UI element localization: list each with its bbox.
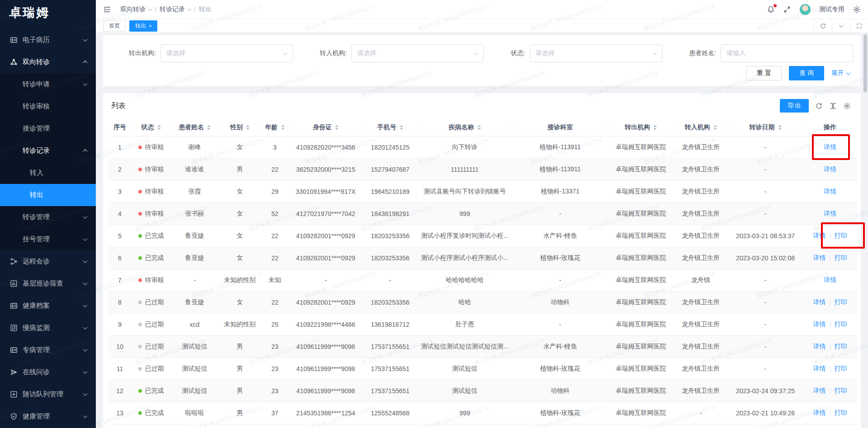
print-link[interactable]: 打印 — [835, 409, 847, 417]
breadcrumb-item[interactable]: 双向转诊 — [120, 5, 146, 14]
print-link[interactable]: 打印 — [835, 254, 847, 262]
cell-10: 卓瑞姆互联网医院 — [608, 269, 674, 291]
vertical-scrollbar-thumb[interactable] — [863, 34, 867, 92]
sidebar-item-two-way-referral[interactable]: 双向转诊 — [0, 51, 96, 73]
filter-select[interactable]: 请选择 — [351, 44, 484, 62]
print-link[interactable]: 打印 — [835, 365, 847, 373]
sort-icon[interactable] — [157, 125, 161, 130]
line-height-icon[interactable] — [829, 102, 837, 110]
detail-link[interactable]: 详情 — [824, 165, 836, 174]
chevron-down-icon[interactable] — [832, 19, 850, 33]
print-link[interactable]: 打印 — [835, 343, 847, 351]
status-dot — [138, 345, 142, 348]
reset-button[interactable]: 重置 — [746, 66, 782, 80]
cell-10: 卓瑞姆互联网医院 — [608, 203, 674, 225]
sidebar-item-remote-consult[interactable]: 远程会诊 — [0, 250, 96, 273]
sort-icon[interactable] — [477, 125, 481, 130]
tab-home[interactable]: 首页 — [103, 20, 126, 32]
fullscreen-icon[interactable] — [783, 5, 791, 14]
column-header-11[interactable]: 转入机构 — [674, 118, 728, 136]
detail-link[interactable]: 详情 — [824, 276, 836, 284]
sidebar-item-referral-review[interactable]: 转诊审核 — [0, 95, 96, 118]
sidebar-item-referral-apply[interactable]: 转诊申请 — [0, 73, 96, 95]
sidebar-item-transfer-in[interactable]: 转入 — [0, 162, 96, 184]
sidebar-item-followup-queue[interactable]: 随访队列管理 — [0, 383, 96, 405]
column-header-7[interactable]: 手机号 — [363, 118, 417, 136]
refresh-icon[interactable] — [814, 19, 832, 33]
detail-link[interactable]: 详情 — [813, 387, 826, 395]
filter-input[interactable]: 请输入 — [721, 44, 853, 62]
sort-icon[interactable] — [207, 125, 211, 130]
sort-icon[interactable] — [246, 125, 250, 130]
status-cell: 已完成 — [131, 247, 171, 269]
sidebar-item-health-archives[interactable]: 健康档案 — [0, 295, 96, 317]
filter-select[interactable]: 请选择 — [160, 44, 293, 62]
status-label: 已过期 — [145, 320, 164, 329]
sidebar-item-referral-manage[interactable]: 转诊管理 — [0, 206, 96, 228]
status-cell: 待审核 — [131, 159, 171, 180]
bell-icon[interactable] — [767, 5, 775, 14]
sidebar-item-chronic-monitor[interactable]: 慢病监测 — [0, 317, 96, 339]
expand-toggle[interactable]: 展开 — [831, 69, 850, 77]
cell-11: 龙舟镇卫生所 — [674, 380, 728, 402]
column-header-6[interactable]: 身份证 — [288, 118, 363, 136]
column-header-10[interactable]: 转出机构 — [608, 118, 674, 136]
sort-icon[interactable] — [713, 125, 717, 130]
sidebar-item-registration-manage[interactable]: 挂号管理 — [0, 228, 96, 250]
table-row: 10已过期测试短信男234109611999****90981753715565… — [108, 336, 857, 358]
sidebar-item-emr[interactable]: 电子病历 — [0, 29, 96, 51]
user-name[interactable]: 测试专用 — [819, 5, 844, 14]
detail-link[interactable]: 详情 — [824, 188, 836, 196]
sidebar-item-label: 转诊审核 — [23, 102, 50, 111]
avatar[interactable] — [799, 4, 811, 15]
tab-transfer-out[interactable]: 转出 × — [129, 20, 157, 32]
detail-link[interactable]: 详情 — [813, 298, 826, 306]
print-link[interactable]: 打印 — [835, 298, 847, 306]
column-header-4[interactable]: 性别 — [218, 118, 261, 136]
column-header-3[interactable]: 患者姓名 — [171, 118, 218, 136]
cell-6: 4109221998****4466 — [288, 314, 363, 335]
cell-1: 12 — [108, 380, 131, 402]
sidebar-item-reception-manage[interactable]: 接诊管理 — [0, 118, 96, 140]
actions-cell: 详情打印 — [803, 292, 857, 313]
sidebar-item-referral-records[interactable]: 转诊记录 — [0, 140, 96, 162]
detail-link[interactable]: 详情 — [813, 320, 826, 329]
print-link[interactable]: 打印 — [835, 320, 847, 329]
sidebar-item-grassroots-screening[interactable]: 基层巡诊筛查 — [0, 273, 96, 295]
column-header-2[interactable]: 状态 — [131, 118, 171, 136]
cell-4: 女 — [218, 225, 261, 247]
column-header-8[interactable]: 疾病名称 — [417, 118, 512, 136]
sidebar-item-special-disease[interactable]: 专病管理 — [0, 339, 96, 361]
print-link[interactable]: 打印 — [835, 387, 847, 395]
refresh-icon[interactable] — [815, 102, 823, 110]
detail-link[interactable]: 详情 — [813, 409, 826, 417]
close-icon[interactable]: × — [149, 24, 151, 28]
sort-icon[interactable] — [335, 125, 339, 130]
sidebar-item-health-manage[interactable]: 健康管理 — [0, 405, 96, 428]
export-button[interactable]: 导出 — [780, 99, 809, 113]
maximize-icon[interactable] — [850, 19, 868, 33]
detail-link[interactable]: 详情 — [813, 343, 826, 351]
gear-icon[interactable] — [853, 5, 861, 14]
detail-link[interactable]: 详情 — [813, 365, 826, 373]
detail-link[interactable]: 详情 — [824, 210, 836, 218]
cell-7: - — [363, 269, 417, 291]
sort-icon[interactable] — [400, 125, 403, 130]
detail-link[interactable]: 详情 — [813, 254, 826, 262]
sidebar-item-transfer-out[interactable]: 转出 — [0, 184, 96, 206]
breadcrumb-item[interactable]: 转诊记录 — [160, 5, 185, 14]
sort-icon[interactable] — [281, 125, 285, 130]
gear-icon[interactable] — [843, 102, 851, 110]
menu-fold-icon[interactable] — [103, 5, 111, 14]
filter-select[interactable]: 请选择 — [530, 44, 662, 62]
column-header-5[interactable]: 年龄 — [261, 118, 288, 136]
cell-8: 向下转诊 — [417, 136, 512, 158]
column-header-12[interactable]: 转诊日期 — [728, 118, 803, 136]
cell-10: 卓瑞姆互联网医院 — [608, 336, 674, 357]
sidebar-item-online-inquiry[interactable]: 在线问诊 — [0, 361, 96, 383]
header-actions: 测试专用 — [767, 4, 868, 15]
sort-icon[interactable] — [653, 125, 657, 130]
sort-icon[interactable] — [778, 125, 782, 130]
search-button[interactable]: 查询 — [789, 66, 824, 80]
table-row: 11已过期测试短信男234109611999****90981753715565… — [108, 358, 857, 380]
